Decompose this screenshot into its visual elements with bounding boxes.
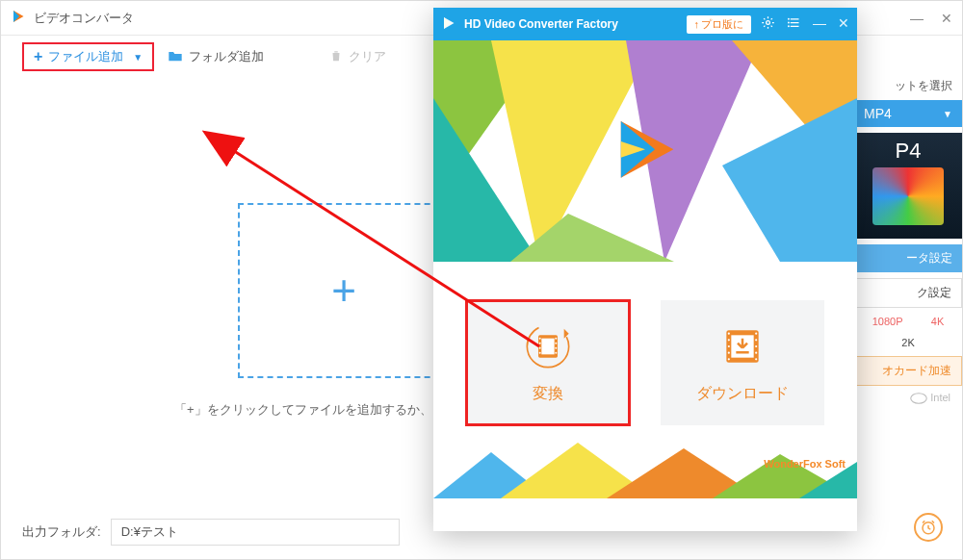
pro-upgrade-button[interactable]: ↑ プロ版に <box>687 15 752 34</box>
resolution-row-1: 1080P 4K <box>854 314 962 329</box>
add-folder-label: フォルダ追加 <box>189 48 264 65</box>
svg-point-2 <box>767 21 770 25</box>
res-1080p[interactable]: 1080P <box>872 316 903 327</box>
svg-point-40 <box>755 358 757 360</box>
hardware-accel-button[interactable]: オカード加速 <box>854 356 962 386</box>
format-thumbnail[interactable]: P4 <box>854 133 962 239</box>
trash-icon <box>329 49 343 65</box>
output-folder-field[interactable]: D:¥テスト <box>111 519 400 546</box>
front-window-controls: — ✕ <box>761 15 849 33</box>
close-button[interactable]: ✕ <box>941 11 952 26</box>
svg-point-4 <box>788 22 790 24</box>
res-4k[interactable]: 4K <box>931 316 944 327</box>
footer-banner: WonderFox Soft <box>433 443 857 498</box>
scheduler-button[interactable] <box>914 513 943 542</box>
hero-banner <box>433 40 857 262</box>
svg-point-33 <box>728 344 730 346</box>
drop-plus-icon: + <box>331 267 356 315</box>
svg-point-20 <box>539 337 541 339</box>
thumbnail-image <box>872 167 944 225</box>
window-controls: — ✕ <box>910 11 952 26</box>
pro-badge-label: プロ版に <box>701 17 743 32</box>
drop-zone[interactable]: + <box>238 203 450 378</box>
chevron-down-icon: ▼ <box>943 109 952 119</box>
app-logo-icon <box>441 14 458 35</box>
front-window-title: HD Video Converter Factory <box>464 17 618 31</box>
list-icon[interactable] <box>787 15 801 33</box>
svg-point-21 <box>539 342 541 344</box>
intel-label: Intel <box>854 392 962 404</box>
svg-point-3 <box>788 18 790 20</box>
svg-point-23 <box>539 351 541 353</box>
svg-point-26 <box>555 346 557 348</box>
brand-label: WonderFox Soft <box>764 458 846 470</box>
svg-rect-19 <box>541 338 554 354</box>
quick-settings-button[interactable]: ク設定 <box>854 278 962 308</box>
download-tile-label: ダウンロード <box>696 384 789 404</box>
resolution-row-2: 2K <box>854 335 962 350</box>
format-value: MP4 <box>864 106 892 121</box>
svg-marker-11 <box>722 98 857 262</box>
clear-label: クリア <box>349 48 386 65</box>
plus-icon: + <box>34 48 42 65</box>
svg-point-22 <box>539 346 541 348</box>
app-logo-icon <box>11 8 28 29</box>
format-select-label: ットを選択 <box>854 78 962 94</box>
parameter-settings-button[interactable]: ータ設定 <box>854 244 962 272</box>
folder-icon <box>168 49 183 65</box>
svg-point-37 <box>755 339 757 341</box>
svg-point-31 <box>728 332 730 334</box>
download-icon <box>718 322 767 370</box>
close-button[interactable]: ✕ <box>838 15 849 33</box>
clear-button[interactable]: クリア <box>329 48 386 65</box>
front-titlebar: HD Video Converter Factory ↑ プロ版に — ✕ <box>433 8 857 40</box>
svg-point-36 <box>755 332 757 334</box>
launcher-window: HD Video Converter Factory ↑ プロ版に — ✕ <box>433 8 857 531</box>
svg-point-39 <box>755 351 757 353</box>
svg-point-35 <box>728 358 730 360</box>
svg-point-25 <box>555 342 557 344</box>
gear-icon[interactable] <box>761 15 775 33</box>
hero-logo-icon <box>605 109 686 190</box>
svg-point-32 <box>728 339 730 341</box>
side-panel: ットを選択 MP4 ▼ P4 ータ設定 ク設定 1080P 4K 2K オカード… <box>854 78 962 492</box>
add-file-button[interactable]: + ファイル追加 ▼ <box>22 42 154 71</box>
output-folder-row: 出力フォルダ: D:¥テスト <box>22 519 400 546</box>
format-select[interactable]: MP4 ▼ <box>854 100 962 127</box>
minimize-button[interactable]: — <box>813 15 826 33</box>
minimize-button[interactable]: — <box>910 11 924 26</box>
svg-point-24 <box>555 337 557 339</box>
output-folder-label: 出力フォルダ: <box>22 523 101 541</box>
format-thumb-label: P4 <box>896 139 922 164</box>
add-file-label: ファイル追加 <box>48 48 123 65</box>
arrow-up-icon: ↑ <box>694 18 700 30</box>
res-2k[interactable]: 2K <box>901 337 914 348</box>
svg-rect-30 <box>736 351 748 354</box>
svg-point-34 <box>728 351 730 353</box>
download-tile[interactable]: ダウンロード <box>661 300 824 425</box>
convert-icon <box>524 322 572 370</box>
drop-hint-text: 「+」をクリックしてファイルを追加するか、ま <box>174 401 445 419</box>
convert-tile-label: 変換 <box>533 384 563 404</box>
intel-text: Intel <box>930 392 950 403</box>
svg-point-5 <box>788 25 790 27</box>
svg-point-38 <box>755 344 757 346</box>
back-window-title: ビデオコンバータ <box>34 10 134 27</box>
launcher-tiles: 変換 ダウンロード <box>433 262 857 443</box>
chevron-down-icon[interactable]: ▼ <box>133 52 143 63</box>
svg-point-0 <box>911 394 927 404</box>
add-folder-button[interactable]: フォルダ追加 <box>168 48 264 65</box>
svg-point-27 <box>555 351 557 353</box>
convert-tile[interactable]: 変換 <box>466 300 630 425</box>
